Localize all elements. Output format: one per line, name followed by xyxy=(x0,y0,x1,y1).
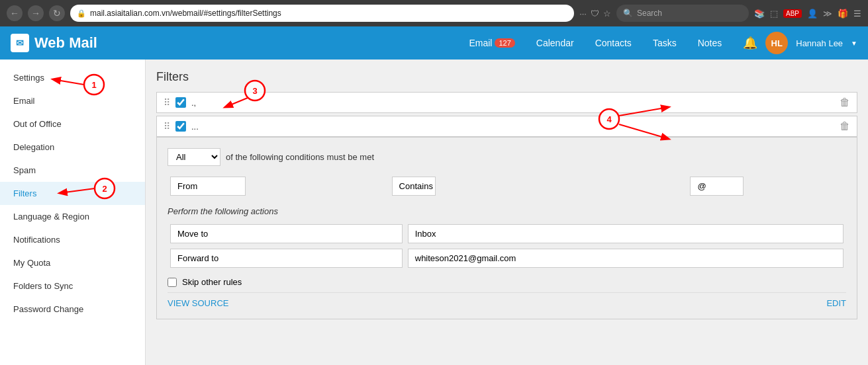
from-cell: From xyxy=(170,177,246,196)
menu-icon: ☰ xyxy=(853,9,861,19)
sidebar-item-language-region[interactable]: Language & Region xyxy=(0,205,145,228)
filter-footer: VIEW SOURCE EDIT xyxy=(168,292,846,308)
extensions-icon: ≫ xyxy=(823,9,832,19)
lock-icon: 🔒 xyxy=(77,9,86,18)
drag-handle-1[interactable]: ⠿ xyxy=(164,97,170,108)
email-badge: 127 xyxy=(495,38,514,48)
filter-expanded: All of the following conditions must be … xyxy=(156,137,857,319)
adblock-icon: ABP xyxy=(783,9,802,18)
back-button[interactable]: ← xyxy=(7,5,23,21)
content-area: Filters ⠿ ., 🗑 ⠿ ... 🗑 xyxy=(146,60,868,365)
user-name: Hannah Lee xyxy=(796,38,843,48)
skip-row: Skip other rules xyxy=(168,277,846,287)
bookmark-icon: 🛡 xyxy=(591,9,599,19)
actions-label: Perform the following actions xyxy=(168,206,846,216)
browser-icons: ··· 🛡 ☆ xyxy=(579,9,611,19)
profile-icon: 👤 xyxy=(807,9,818,19)
url-bar[interactable]: 🔒 mail.asiaitalian.com.vn/webmail/#setti… xyxy=(70,5,574,22)
page-title: Filters xyxy=(156,70,857,84)
sidebar-item-filters[interactable]: Filters xyxy=(0,182,145,205)
reload-button[interactable]: ↻ xyxy=(49,5,65,21)
conditions-text: of the following conditions must be met xyxy=(226,152,374,162)
app-header: ✉ Web Mail Email 127 Calendar Contacts T… xyxy=(0,26,868,60)
browser-chrome: ← → ↻ 🔒 mail.asiaitalian.com.vn/webmail/… xyxy=(0,0,868,26)
filter-name-1: ., xyxy=(191,98,834,108)
delete-button-2[interactable]: 🗑 xyxy=(840,120,850,132)
value-cell: @ xyxy=(690,177,744,196)
user-dropdown-arrow[interactable]: ▼ xyxy=(851,40,857,47)
main-layout: Settings Email Out of Office Delegation … xyxy=(0,60,868,365)
toolbar-icons: 📚 ⬚ ABP 👤 ≫ 🎁 ☰ xyxy=(754,9,861,19)
header-right: 🔔 HL Hannah Lee ▼ xyxy=(743,32,857,54)
forward-to-label: Forward to xyxy=(170,249,403,268)
more-icon: ··· xyxy=(579,9,587,19)
filter-row-1: ⠿ ., 🗑 xyxy=(156,92,857,113)
gift-icon: 🎁 xyxy=(838,9,848,19)
match-type-select[interactable]: All xyxy=(168,148,220,166)
condition-table: From Contains @ xyxy=(168,174,846,198)
sidebar-item-notifications[interactable]: Notifications xyxy=(0,228,145,251)
sidebar-item-out-of-office[interactable]: Out of Office xyxy=(0,112,145,136)
move-to-row: Move to Inbox xyxy=(168,222,846,246)
app-logo: ✉ Web Mail xyxy=(11,34,97,52)
filter-row-2-container: ⠿ ... 🗑 All of the following conditions … xyxy=(156,116,857,319)
user-avatar: HL xyxy=(765,32,788,54)
filter-row-2: ⠿ ... 🗑 xyxy=(156,116,857,137)
sidebar: Settings Email Out of Office Delegation … xyxy=(0,60,146,365)
nav-tasks[interactable]: Tasks xyxy=(642,26,687,60)
sidebar-item-password-change[interactable]: Password Change xyxy=(0,298,145,321)
search-bar[interactable]: 🔍 Search xyxy=(616,5,749,22)
filter-checkbox-1[interactable] xyxy=(175,97,186,108)
filter-name-2: ... xyxy=(191,122,834,132)
action-table: Move to Inbox Forward to whiteson202 xyxy=(168,222,846,270)
sidebar-toggle-icon: ⬚ xyxy=(770,9,778,19)
drag-handle-2[interactable]: ⠿ xyxy=(164,121,170,132)
logo-text: Web Mail xyxy=(34,34,97,52)
sidebar-item-spam[interactable]: Spam xyxy=(0,159,145,182)
search-icon: 🔍 xyxy=(623,9,633,18)
sidebar-item-folders-to-sync[interactable]: Folders to Sync xyxy=(0,274,145,298)
view-source-button[interactable]: VIEW SOURCE xyxy=(168,298,228,308)
conditions-row: All of the following conditions must be … xyxy=(168,148,846,166)
condition-row: From Contains @ xyxy=(168,174,846,198)
nav-email[interactable]: Email 127 xyxy=(458,26,525,60)
move-to-label: Move to xyxy=(170,224,403,243)
sidebar-item-my-quota[interactable]: My Quota xyxy=(0,251,145,274)
nav-contacts[interactable]: Contacts xyxy=(585,26,642,60)
nav-calendar[interactable]: Calendar xyxy=(526,26,585,60)
bell-icon[interactable]: 🔔 xyxy=(743,36,757,50)
logo-icon: ✉ xyxy=(11,34,29,52)
url-text: mail.asiaitalian.com.vn/webmail/#setting… xyxy=(90,9,281,18)
sidebar-item-delegation[interactable]: Delegation xyxy=(0,136,145,159)
sidebar-item-email[interactable]: Email xyxy=(0,89,145,112)
edit-button[interactable]: EDIT xyxy=(826,298,846,308)
forward-to-row: Forward to whiteson2021@gmail.com xyxy=(168,246,846,270)
nav-notes[interactable]: Notes xyxy=(687,26,733,60)
skip-label: Skip other rules xyxy=(182,277,242,287)
move-to-value: Inbox xyxy=(408,224,844,243)
library-icon: 📚 xyxy=(754,9,765,19)
skip-checkbox[interactable] xyxy=(168,278,177,287)
forward-to-value: whiteson2021@gmail.com xyxy=(408,249,844,268)
star-icon: ☆ xyxy=(603,9,611,19)
delete-button-1[interactable]: 🗑 xyxy=(840,97,850,108)
filter-checkbox-2[interactable] xyxy=(175,121,186,132)
forward-button[interactable]: → xyxy=(28,5,44,21)
header-nav: Email 127 Calendar Contacts Tasks Notes xyxy=(458,26,732,60)
contains-cell: Contains xyxy=(392,177,436,196)
sidebar-item-settings[interactable]: Settings xyxy=(0,66,145,89)
